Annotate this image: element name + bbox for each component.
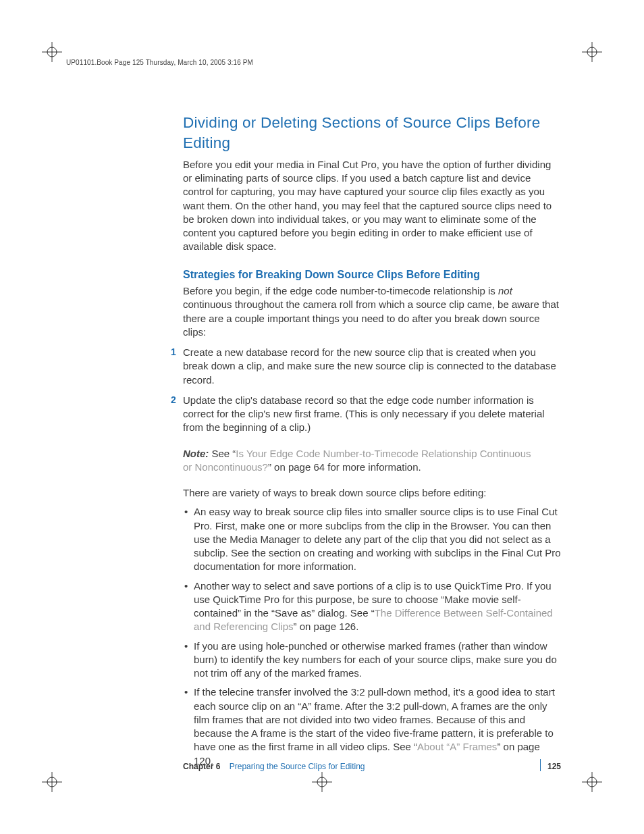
bullet-text: If you are using hole-punched or otherwi… [194, 640, 557, 679]
lead-in-sentence: There are variety of ways to break down … [183, 486, 561, 500]
chapter-number-label: Chapter 6 [183, 762, 220, 771]
list-item: Another way to select and save portions … [183, 579, 561, 634]
step-text: Create a new database record for the new… [183, 346, 556, 386]
chapter-title: Preparing the Source Clips for Editing [230, 762, 365, 771]
page-footer: Chapter 6 Preparing the Source Clips for… [183, 761, 561, 772]
step-number: 2 [171, 394, 176, 407]
crop-mark-bottom-center [312, 772, 332, 792]
list-item: If you are using hole-punched or otherwi… [183, 640, 561, 681]
crop-mark-top-left [42, 42, 62, 62]
list-item: If the telecine transfer involved the 3:… [183, 685, 561, 768]
footer-divider [540, 759, 541, 771]
text-fragment: continuous throughout the camera roll fr… [183, 298, 559, 338]
crop-mark-bottom-right [582, 772, 602, 792]
note-block: Note: See “Is Your Edge Code Number-to-T… [183, 447, 561, 475]
running-header: UP01101.Book Page 125 Thursday, March 10… [66, 58, 253, 68]
note-label: Note: [183, 448, 209, 459]
text-fragment: ” on page 64 for more information. [268, 461, 421, 473]
crop-mark-top-right [582, 42, 602, 62]
subsection-intro: Before you begin, if the edge code numbe… [183, 284, 561, 339]
list-item: An easy way to break source clip files i… [183, 505, 561, 573]
step-text: Update the clip's database record so tha… [183, 394, 545, 434]
text-fragment: See “ [209, 448, 236, 459]
bullet-list: An easy way to break source clip files i… [183, 505, 561, 768]
crop-mark-bottom-left [42, 772, 62, 792]
cross-reference-link[interactable]: About “A” Frames [417, 741, 497, 752]
section-title: Dividing or Deleting Sections of Source … [183, 113, 561, 154]
emphasis-not: not [498, 285, 512, 296]
text-fragment: Before you begin, if the edge code numbe… [183, 285, 498, 296]
ordered-step-1: 1 Create a new database record for the n… [183, 346, 561, 387]
page-number: 125 [547, 761, 561, 772]
ordered-step-2: 2 Update the clip's database record so t… [183, 394, 561, 435]
bullet-text: An easy way to break source clip files i… [194, 506, 561, 572]
intro-paragraph: Before you edit your media in Final Cut … [183, 158, 561, 254]
page-content: Dividing or Deleting Sections of Source … [183, 113, 561, 768]
subsection-heading: Strategies for Breaking Down Source Clip… [183, 267, 561, 282]
step-number: 1 [171, 346, 176, 359]
text-fragment: ” on page 126. [294, 621, 359, 632]
